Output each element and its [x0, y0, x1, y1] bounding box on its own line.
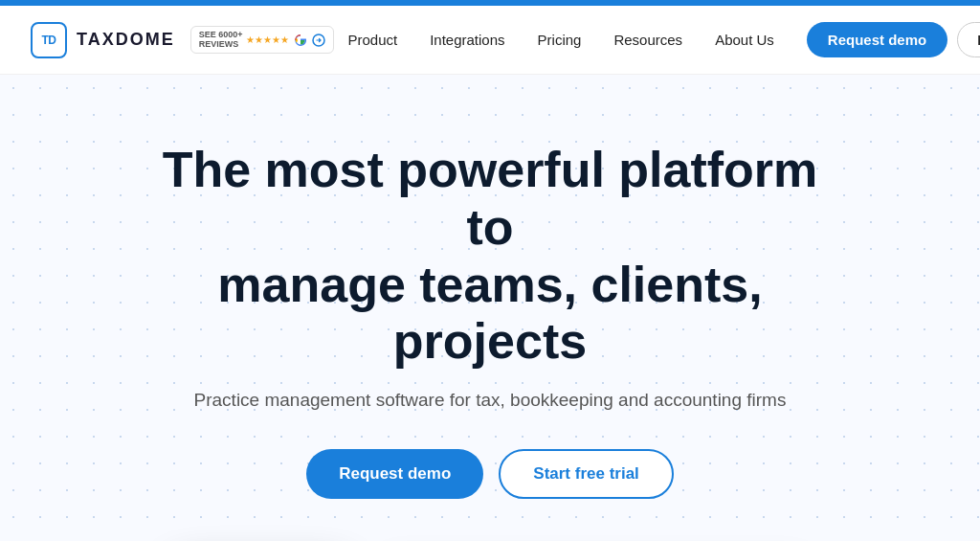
- hero-headline: The most powerful platform to manage tea…: [155, 142, 825, 371]
- nav-product[interactable]: Product: [334, 24, 411, 56]
- logo-text: TAXDOME: [77, 30, 175, 50]
- nav-resources[interactable]: Resources: [600, 24, 696, 56]
- reviews-label: REVIEWS: [199, 40, 243, 50]
- header: TD TAXDOME SEE 6000+ REVIEWS ★★★★★: [0, 6, 980, 75]
- hero-start-trial-button[interactable]: Start free trial: [499, 449, 674, 499]
- nav-about-us[interactable]: About Us: [702, 24, 788, 56]
- google-icon: [293, 33, 308, 48]
- login-button[interactable]: Login: [957, 22, 980, 57]
- nav-pricing[interactable]: Pricing: [524, 24, 595, 56]
- hero-buttons: Request demo Start free trial: [19, 449, 961, 499]
- hero-section: The most powerful platform to manage tea…: [0, 75, 980, 541]
- reviews-badge: SEE 6000+ REVIEWS ★★★★★: [190, 26, 335, 55]
- stars-icon: ★★★★★: [246, 34, 289, 45]
- arrow-icon: [312, 34, 325, 47]
- nav-integrations[interactable]: Integrations: [416, 24, 518, 56]
- request-demo-button[interactable]: Request demo: [807, 22, 947, 57]
- logo-area: TD TAXDOME SEE 6000+ REVIEWS ★★★★★: [31, 22, 334, 58]
- main-nav: Product Integrations Pricing Resources A…: [334, 24, 787, 56]
- logo-icon: TD: [31, 22, 67, 58]
- hero-request-demo-button[interactable]: Request demo: [306, 449, 483, 499]
- header-actions: Request demo Login EN: [807, 22, 980, 57]
- hero-subtitle: Practice management software for tax, bo…: [19, 390, 961, 411]
